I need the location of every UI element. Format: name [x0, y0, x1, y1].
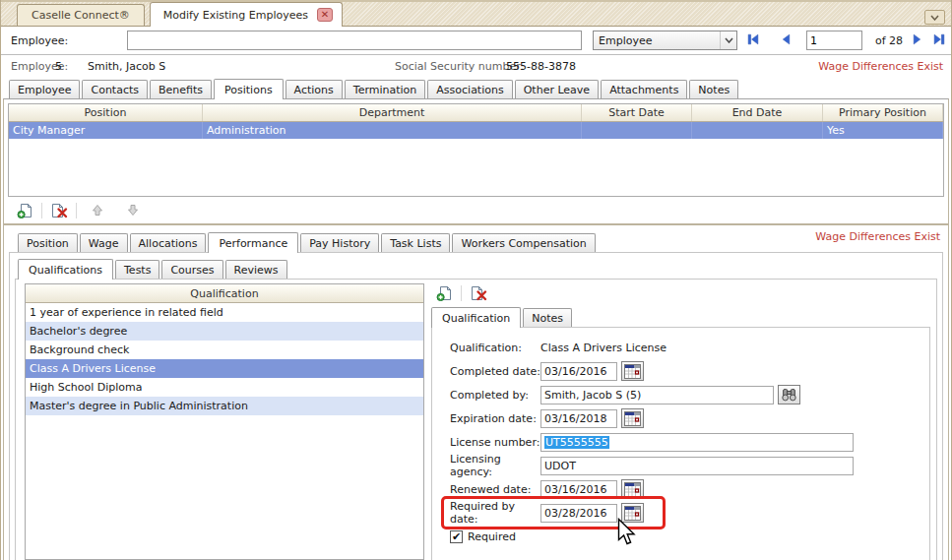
tab-contacts[interactable]: Contacts — [82, 80, 148, 98]
completed-by-row: Completed by: Smith, Jacob S (5) — [450, 385, 929, 404]
column-header-primary-position[interactable]: Primary Position — [823, 104, 943, 121]
required-by-date-calendar-button[interactable] — [621, 503, 644, 523]
expiration-date-row: Expiration date: 03/16/2018 — [450, 408, 929, 428]
tab-other-leave[interactable]: Other Leave — [515, 80, 599, 98]
expiration-date-label: Expiration date: — [450, 412, 540, 425]
tab-tests[interactable]: Tests — [115, 260, 159, 279]
tab-reviews[interactable]: Reviews — [225, 260, 287, 279]
delete-qualification-button[interactable] — [468, 284, 489, 303]
first-record-button[interactable] — [746, 32, 760, 46]
qualification-row: Qualification: Class A Drivers License — [450, 338, 929, 357]
tab-attachments[interactable]: Attachments — [601, 80, 687, 98]
tab-wage[interactable]: Wage — [80, 233, 128, 252]
tab-modify-existing-employees[interactable]: Modify Existing Employees ✕ — [150, 2, 343, 27]
renewed-date-calendar-button[interactable] — [621, 479, 644, 499]
record-number-input[interactable] — [806, 31, 862, 50]
performance-tab-bar: Qualifications Tests Courses Reviews — [10, 257, 942, 279]
employee-search-input[interactable] — [127, 31, 582, 50]
calendar-icon — [624, 411, 641, 426]
list-item[interactable]: Bachelor's degree — [26, 322, 423, 341]
list-item[interactable]: Master's degree in Public Administration — [26, 397, 423, 415]
previous-record-button[interactable] — [779, 32, 793, 46]
tab-employee[interactable]: Employee — [9, 80, 80, 98]
close-tab-icon[interactable]: ✕ — [317, 8, 333, 22]
completed-date-field[interactable]: 03/16/2016 — [540, 362, 617, 381]
tab-termination[interactable]: Termination — [345, 80, 426, 98]
tab-qualifications[interactable]: Qualifications — [18, 259, 113, 280]
qualification-list-header[interactable]: Qualification — [26, 284, 423, 303]
ssn-label: Social Security number: — [395, 60, 524, 73]
record-count-label: of 28 — [875, 34, 903, 47]
chevron-down-icon[interactable] — [720, 31, 736, 49]
tab-workers-compensation[interactable]: Workers Compensation — [452, 233, 595, 252]
tab-positions[interactable]: Positions — [214, 79, 284, 99]
tab-task-lists[interactable]: Task Lists — [381, 233, 450, 252]
positions-panel: Position Department Start Date End Date … — [3, 98, 949, 224]
cell-primary-position: Yes — [823, 122, 943, 139]
license-number-field[interactable]: UT5555555 — [540, 433, 854, 452]
column-header-end-date[interactable]: End Date — [692, 104, 823, 121]
licensing-agency-field[interactable]: UDOT — [540, 457, 854, 475]
calendar-icon — [624, 506, 641, 521]
completed-date-row: Completed date: 03/16/2016 — [450, 361, 929, 381]
completed-by-field[interactable]: Smith, Jacob S (5) — [540, 386, 774, 404]
tab-position[interactable]: Position — [18, 233, 78, 252]
calendar-icon — [624, 364, 641, 379]
expiration-date-calendar-button[interactable] — [621, 408, 644, 428]
list-item[interactable]: Background check — [26, 341, 423, 359]
tab-allocations[interactable]: Allocations — [130, 233, 207, 252]
license-number-row: License number: UT5555555 — [450, 432, 929, 452]
search-by-dropdown[interactable]: Employee — [593, 31, 737, 50]
list-item[interactable]: High School Diploma — [26, 378, 423, 397]
table-row[interactable]: City Manager Administration Yes — [9, 122, 943, 139]
tab-caselle-connect[interactable]: Caselle Connect® — [17, 4, 145, 26]
license-number-label: License number: — [450, 436, 540, 449]
completed-by-lookup-button[interactable] — [778, 385, 800, 404]
delete-record-icon — [470, 285, 487, 301]
up-arrow-icon — [92, 204, 103, 217]
tab-courses[interactable]: Courses — [161, 260, 222, 279]
search-by-dropdown-value: Employee — [594, 34, 720, 47]
employee-info-bar: Employee: 5 Smith, Jacob S Social Securi… — [1, 55, 951, 78]
ssn-value: 555-88-3878 — [506, 60, 576, 73]
tab-associations[interactable]: Associations — [427, 80, 512, 98]
column-header-position[interactable]: Position — [9, 104, 203, 121]
renewed-date-label: Renewed date: — [450, 483, 540, 496]
delete-position-button[interactable] — [48, 201, 70, 219]
add-position-button[interactable] — [14, 201, 35, 219]
qualification-label: Qualification: — [450, 342, 540, 354]
completed-date-calendar-button[interactable] — [621, 361, 644, 381]
tab-qualification-detail[interactable]: Qualification — [431, 307, 521, 328]
required-checkbox-label: Required — [468, 530, 516, 543]
tab-list-dropdown-button[interactable] — [924, 10, 945, 25]
tab-notes[interactable]: Notes — [689, 80, 738, 98]
licensing-agency-row: Licensing agency: UDOT — [450, 456, 929, 475]
employee-number: 5 — [55, 60, 62, 73]
next-record-button[interactable] — [911, 32, 924, 46]
position-detail-tab-bar: Position Wage Allocations Performance Pa… — [4, 228, 948, 252]
move-down-button[interactable] — [122, 201, 144, 219]
add-qualification-button[interactable] — [433, 284, 455, 303]
column-header-start-date[interactable]: Start Date — [582, 104, 692, 121]
required-by-date-label: Required by date: — [450, 500, 540, 526]
list-item[interactable]: 1 year of experience in related field — [26, 303, 423, 322]
tab-notes-detail[interactable]: Notes — [523, 308, 572, 327]
tab-actions[interactable]: Actions — [286, 80, 343, 98]
down-arrow-icon — [127, 204, 139, 217]
tab-pay-history[interactable]: Pay History — [300, 233, 379, 252]
qualification-form: Qualification: Class A Drivers License C… — [431, 327, 930, 560]
move-up-button[interactable] — [87, 201, 108, 219]
renewed-date-row: Renewed date: 03/16/2016 — [450, 479, 929, 499]
renewed-date-field[interactable]: 03/16/2016 — [540, 480, 617, 499]
tab-benefits[interactable]: Benefits — [150, 80, 212, 98]
last-record-button[interactable] — [932, 32, 946, 46]
required-by-date-field[interactable]: 03/28/2016 — [540, 504, 617, 523]
tab-performance[interactable]: Performance — [208, 232, 298, 253]
expiration-date-field[interactable]: 03/16/2018 — [540, 409, 617, 428]
column-header-department[interactable]: Department — [203, 104, 582, 121]
employee-name: Smith, Jacob S — [88, 60, 165, 73]
toolbar-separator — [76, 203, 77, 218]
list-item-selected[interactable]: Class A Drivers License — [26, 359, 423, 378]
window-tab-strip: Caselle Connect® Modify Existing Employe… — [1, 0, 951, 27]
required-checkbox[interactable]: ✔ — [450, 530, 463, 543]
